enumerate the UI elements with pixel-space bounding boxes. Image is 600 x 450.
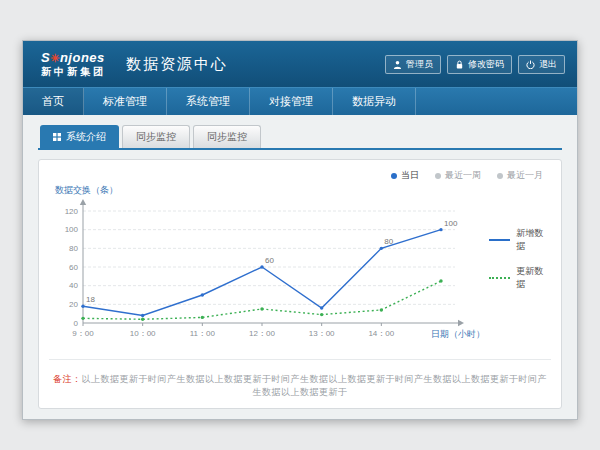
svg-text:0: 0 [74,319,79,328]
tab-system-intro-label: 系统介绍 [66,130,106,144]
filter-today-label: 当日 [401,169,419,182]
logout-label: 退出 [539,58,557,71]
filter-last-month-dot-icon [497,173,503,179]
svg-text:120: 120 [65,207,79,216]
chart-panel: 当日 最近一周 最近一月 数据交换（条） 0204060801001209：00… [38,159,562,409]
legend-updated-data[interactable]: 更新数据 [489,265,551,291]
legend-updated-data-label: 更新数据 [516,265,551,291]
svg-text:80: 80 [69,244,78,253]
app-title: 数据资源中心 [126,55,228,74]
filter-last-week[interactable]: 最近一周 [435,169,481,182]
filter-last-week-label: 最近一周 [445,169,481,182]
logo-star-icon: ✳ [50,52,60,64]
logo-suffix: njones [60,50,105,65]
user-icon [393,60,402,69]
tab-strip: 系统介绍 同步监控 同步监控 [38,125,562,150]
main-nav: 首页 标准管理 系统管理 对接管理 数据异动 [23,87,577,115]
chart-row: 0204060801001209：0010：0011：0012：0013：001… [49,197,551,347]
svg-text:20: 20 [69,300,78,309]
app-header: S✳njones 新中新集团 数据资源中心 管理员 修改密码 退出 [23,41,577,87]
nav-item-home[interactable]: 首页 [23,88,84,115]
brand-logo: S✳njones 新中新集团 [41,51,106,77]
change-password-button[interactable]: 修改密码 [447,55,512,74]
svg-text:18: 18 [86,295,95,304]
solid-line-icon [489,239,510,241]
tab-sync-monitor-2[interactable]: 同步监控 [193,125,261,148]
footnote-text: 以上数据更新于时间产生数据以上数据更新于时间产生数据以上数据更新于时间产生数据以… [82,374,548,397]
tab-sync-monitor-1-label: 同步监控 [136,130,176,144]
svg-text:12：00: 12：00 [249,329,275,338]
chart-y-axis-title: 数据交换（条） [55,184,551,197]
desktop-background: S✳njones 新中新集团 数据资源中心 管理员 修改密码 退出 [0,0,600,450]
svg-text:40: 40 [69,281,78,290]
nav-item-data-change[interactable]: 数据异动 [333,88,416,115]
lock-icon [455,60,464,69]
svg-text:10：00: 10：00 [130,329,156,338]
svg-text:9：00: 9：00 [72,329,94,338]
filter-today[interactable]: 当日 [391,169,419,182]
logo-wordmark: S✳njones [41,51,106,65]
svg-text:100: 100 [444,219,458,228]
footnote: 备注：以上数据更新于时间产生数据以上数据更新于时间产生数据以上数据更新于时间产生… [49,359,551,399]
svg-text:100: 100 [65,225,79,234]
svg-text:13：00: 13：00 [309,329,335,338]
logout-button[interactable]: 退出 [518,55,565,74]
svg-text:80: 80 [384,237,393,246]
app-window: S✳njones 新中新集团 数据资源中心 管理员 修改密码 退出 [22,40,578,420]
nav-item-system-mgmt[interactable]: 系统管理 [167,88,250,115]
footnote-label: 备注： [53,374,82,384]
tab-system-intro[interactable]: 系统介绍 [40,125,119,148]
svg-text:60: 60 [265,256,274,265]
legend-new-data-label: 新增数据 [516,227,551,253]
admin-user-button[interactable]: 管理员 [385,55,441,74]
logo-prefix: S [41,50,50,65]
header-actions: 管理员 修改密码 退出 [385,55,565,74]
nav-item-connect-mgmt[interactable]: 对接管理 [250,88,333,115]
legend-new-data[interactable]: 新增数据 [489,227,551,253]
tab-sync-monitor-1[interactable]: 同步监控 [122,125,190,148]
series-legend: 新增数据 更新数据 [489,197,551,347]
filter-last-week-dot-icon [435,173,441,179]
admin-user-label: 管理员 [406,58,433,71]
svg-text:11：00: 11：00 [190,329,216,338]
filter-last-month[interactable]: 最近一月 [497,169,543,182]
logo-company-name: 新中新集团 [41,66,106,77]
filter-last-month-label: 最近一月 [507,169,543,182]
svg-text:60: 60 [69,263,78,272]
svg-text:日期（小时）: 日期（小时） [431,329,485,339]
change-password-label: 修改密码 [468,58,504,71]
power-icon [526,60,535,69]
nav-item-standard-mgmt[interactable]: 标准管理 [84,88,167,115]
content-area: 系统介绍 同步监控 同步监控 当日 最近一周 [23,115,577,419]
grid-icon [53,133,61,141]
dashed-line-icon [489,277,510,279]
tab-sync-monitor-2-label: 同步监控 [207,130,247,144]
filter-today-dot-icon [391,173,397,179]
line-chart: 0204060801001209：0010：0011：0012：0013：001… [49,197,489,347]
svg-text:14：00: 14：00 [368,329,394,338]
time-range-filters: 当日 最近一周 最近一月 [391,169,543,182]
